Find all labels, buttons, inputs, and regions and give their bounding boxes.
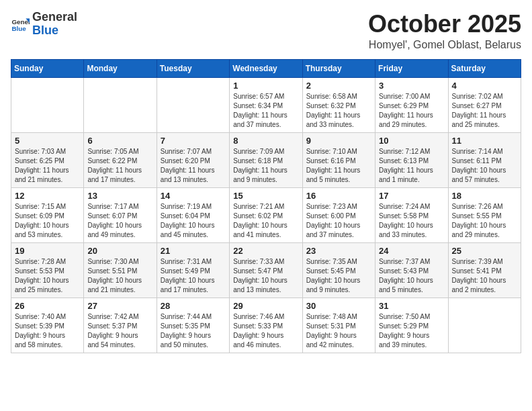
column-header-saturday: Saturday bbox=[448, 59, 521, 77]
calendar-day-5: 5Sunrise: 7:03 AMSunset: 6:25 PMDaylight… bbox=[11, 132, 84, 187]
calendar-day-11: 11Sunrise: 7:14 AMSunset: 6:11 PMDayligh… bbox=[448, 132, 521, 187]
title-section: October 2025 Homyel', Gomel Oblast, Bela… bbox=[368, 11, 521, 51]
calendar-day-7: 7Sunrise: 7:07 AMSunset: 6:20 PMDaylight… bbox=[157, 132, 229, 187]
column-header-wednesday: Wednesday bbox=[230, 59, 302, 77]
day-info: Sunrise: 7:07 AMSunset: 6:20 PMDaylight:… bbox=[161, 147, 226, 185]
day-info: Sunrise: 7:37 AMSunset: 5:43 PMDaylight:… bbox=[379, 257, 444, 295]
calendar-header-row: SundayMondayTuesdayWednesdayThursdayFrid… bbox=[11, 59, 521, 77]
calendar-day-31: 31Sunrise: 7:50 AMSunset: 5:29 PMDayligh… bbox=[375, 298, 448, 353]
calendar-week-row: 19Sunrise: 7:28 AMSunset: 5:53 PMDayligh… bbox=[11, 242, 521, 298]
day-number: 31 bbox=[379, 301, 444, 311]
day-number: 19 bbox=[15, 246, 80, 256]
day-info: Sunrise: 7:24 AMSunset: 5:58 PMDaylight:… bbox=[379, 202, 444, 240]
day-info: Sunrise: 7:15 AMSunset: 6:09 PMDaylight:… bbox=[15, 202, 80, 240]
calendar-day-30: 30Sunrise: 7:48 AMSunset: 5:31 PMDayligh… bbox=[302, 298, 375, 353]
day-number: 8 bbox=[233, 136, 298, 146]
day-number: 6 bbox=[87, 136, 152, 146]
calendar-table: SundayMondayTuesdayWednesdayThursdayFrid… bbox=[11, 59, 521, 353]
calendar-week-row: 12Sunrise: 7:15 AMSunset: 6:09 PMDayligh… bbox=[11, 187, 521, 242]
day-info: Sunrise: 7:05 AMSunset: 6:22 PMDaylight:… bbox=[87, 147, 152, 185]
empty-day-cell bbox=[448, 298, 521, 353]
day-info: Sunrise: 7:33 AMSunset: 5:47 PMDaylight:… bbox=[233, 257, 298, 295]
day-number: 2 bbox=[306, 81, 371, 91]
day-number: 26 bbox=[15, 301, 80, 311]
day-info: Sunrise: 7:12 AMSunset: 6:13 PMDaylight:… bbox=[379, 147, 444, 185]
day-number: 30 bbox=[306, 301, 371, 311]
column-header-friday: Friday bbox=[375, 59, 448, 77]
svg-text:Blue: Blue bbox=[11, 25, 26, 32]
calendar-day-29: 29Sunrise: 7:46 AMSunset: 5:33 PMDayligh… bbox=[230, 298, 302, 353]
logo-general: General bbox=[32, 11, 77, 24]
calendar-day-27: 27Sunrise: 7:42 AMSunset: 5:37 PMDayligh… bbox=[84, 298, 157, 353]
calendar-day-3: 3Sunrise: 7:00 AMSunset: 6:29 PMDaylight… bbox=[375, 77, 448, 132]
day-info: Sunrise: 7:44 AMSunset: 5:35 PMDaylight:… bbox=[161, 312, 226, 350]
calendar-day-9: 9Sunrise: 7:10 AMSunset: 6:16 PMDaylight… bbox=[302, 132, 375, 187]
calendar-day-1: 1Sunrise: 6:57 AMSunset: 6:34 PMDaylight… bbox=[230, 77, 302, 132]
day-info: Sunrise: 7:19 AMSunset: 6:04 PMDaylight:… bbox=[161, 202, 226, 240]
day-number: 16 bbox=[306, 191, 371, 201]
day-number: 21 bbox=[161, 246, 226, 256]
empty-day-cell bbox=[157, 77, 229, 132]
day-number: 25 bbox=[452, 246, 517, 256]
calendar-day-21: 21Sunrise: 7:31 AMSunset: 5:49 PMDayligh… bbox=[157, 242, 229, 298]
column-header-thursday: Thursday bbox=[302, 59, 375, 77]
day-info: Sunrise: 7:48 AMSunset: 5:31 PMDaylight:… bbox=[306, 312, 371, 350]
day-number: 23 bbox=[306, 246, 371, 256]
logo: General Blue General Blue bbox=[11, 11, 77, 38]
day-number: 22 bbox=[233, 246, 298, 256]
column-header-monday: Monday bbox=[84, 59, 157, 77]
calendar-day-14: 14Sunrise: 7:19 AMSunset: 6:04 PMDayligh… bbox=[157, 187, 229, 242]
day-info: Sunrise: 7:09 AMSunset: 6:18 PMDaylight:… bbox=[233, 147, 298, 185]
day-number: 13 bbox=[87, 191, 152, 201]
calendar-day-25: 25Sunrise: 7:39 AMSunset: 5:41 PMDayligh… bbox=[448, 242, 521, 298]
day-info: Sunrise: 7:17 AMSunset: 6:07 PMDaylight:… bbox=[87, 202, 152, 240]
day-info: Sunrise: 7:10 AMSunset: 6:16 PMDaylight:… bbox=[306, 147, 371, 185]
day-info: Sunrise: 7:21 AMSunset: 6:02 PMDaylight:… bbox=[233, 202, 298, 240]
logo-icon: General Blue bbox=[11, 15, 30, 34]
location-title: Homyel', Gomel Oblast, Belarus bbox=[368, 39, 521, 51]
day-info: Sunrise: 6:57 AMSunset: 6:34 PMDaylight:… bbox=[233, 92, 298, 130]
calendar-day-12: 12Sunrise: 7:15 AMSunset: 6:09 PMDayligh… bbox=[11, 187, 84, 242]
day-number: 14 bbox=[161, 191, 226, 201]
calendar-day-24: 24Sunrise: 7:37 AMSunset: 5:43 PMDayligh… bbox=[375, 242, 448, 298]
calendar-day-2: 2Sunrise: 6:58 AMSunset: 6:32 PMDaylight… bbox=[302, 77, 375, 132]
month-title: October 2025 bbox=[368, 11, 521, 38]
day-number: 4 bbox=[452, 81, 517, 91]
empty-day-cell bbox=[84, 77, 157, 132]
day-info: Sunrise: 7:46 AMSunset: 5:33 PMDaylight:… bbox=[233, 312, 298, 350]
calendar-week-row: 5Sunrise: 7:03 AMSunset: 6:25 PMDaylight… bbox=[11, 132, 521, 187]
day-number: 17 bbox=[379, 191, 444, 201]
calendar-day-6: 6Sunrise: 7:05 AMSunset: 6:22 PMDaylight… bbox=[84, 132, 157, 187]
calendar-day-17: 17Sunrise: 7:24 AMSunset: 5:58 PMDayligh… bbox=[375, 187, 448, 242]
calendar-day-8: 8Sunrise: 7:09 AMSunset: 6:18 PMDaylight… bbox=[230, 132, 302, 187]
calendar-day-4: 4Sunrise: 7:02 AMSunset: 6:27 PMDaylight… bbox=[448, 77, 521, 132]
logo-blue: Blue bbox=[32, 24, 77, 38]
calendar-day-16: 16Sunrise: 7:23 AMSunset: 6:00 PMDayligh… bbox=[302, 187, 375, 242]
day-info: Sunrise: 7:39 AMSunset: 5:41 PMDaylight:… bbox=[452, 257, 517, 295]
day-number: 3 bbox=[379, 81, 444, 91]
day-number: 10 bbox=[379, 136, 444, 146]
day-number: 12 bbox=[15, 191, 80, 201]
day-info: Sunrise: 7:26 AMSunset: 5:55 PMDaylight:… bbox=[452, 202, 517, 240]
page-header: General Blue General Blue October 2025 H… bbox=[11, 11, 521, 51]
calendar-day-18: 18Sunrise: 7:26 AMSunset: 5:55 PMDayligh… bbox=[448, 187, 521, 242]
day-number: 20 bbox=[87, 246, 152, 256]
calendar-week-row: 1Sunrise: 6:57 AMSunset: 6:34 PMDaylight… bbox=[11, 77, 521, 132]
day-number: 15 bbox=[233, 191, 298, 201]
column-header-sunday: Sunday bbox=[11, 59, 84, 77]
calendar-day-15: 15Sunrise: 7:21 AMSunset: 6:02 PMDayligh… bbox=[230, 187, 302, 242]
day-info: Sunrise: 7:28 AMSunset: 5:53 PMDaylight:… bbox=[15, 257, 80, 295]
day-number: 28 bbox=[161, 301, 226, 311]
day-number: 18 bbox=[452, 191, 517, 201]
calendar-day-22: 22Sunrise: 7:33 AMSunset: 5:47 PMDayligh… bbox=[230, 242, 302, 298]
day-number: 27 bbox=[87, 301, 152, 311]
day-number: 1 bbox=[233, 81, 298, 91]
day-info: Sunrise: 7:03 AMSunset: 6:25 PMDaylight:… bbox=[15, 147, 80, 185]
day-info: Sunrise: 7:30 AMSunset: 5:51 PMDaylight:… bbox=[87, 257, 152, 295]
day-number: 24 bbox=[379, 246, 444, 256]
day-info: Sunrise: 7:50 AMSunset: 5:29 PMDaylight:… bbox=[379, 312, 444, 350]
day-number: 7 bbox=[161, 136, 226, 146]
day-number: 9 bbox=[306, 136, 371, 146]
calendar-day-13: 13Sunrise: 7:17 AMSunset: 6:07 PMDayligh… bbox=[84, 187, 157, 242]
calendar-day-28: 28Sunrise: 7:44 AMSunset: 5:35 PMDayligh… bbox=[157, 298, 229, 353]
